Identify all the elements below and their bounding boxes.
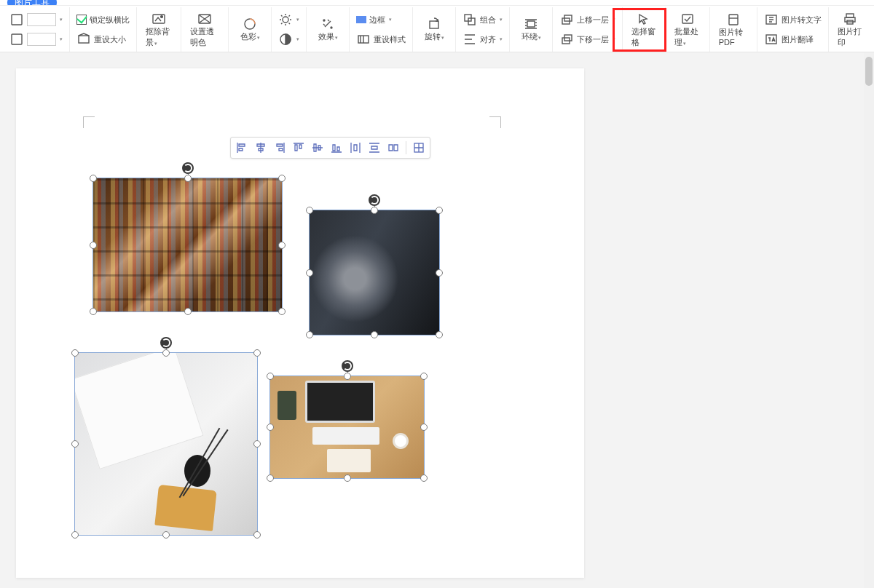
svg-rect-20 (682, 15, 693, 23)
group-button[interactable]: 组合▾ (460, 11, 505, 28)
resize-handle[interactable] (306, 207, 313, 214)
align-icon (462, 32, 477, 47)
document-area[interactable] (0, 52, 864, 588)
resize-handle[interactable] (436, 269, 443, 277)
svg-point-10 (331, 27, 332, 28)
svg-rect-1 (12, 34, 22, 44)
resize-handle[interactable] (71, 440, 79, 448)
rotate-handle[interactable] (342, 360, 353, 372)
border-swatch-icon (356, 16, 366, 23)
effect-button[interactable]: 效果▾ (311, 15, 345, 44)
vertical-scrollbar[interactable] (864, 52, 874, 588)
resize-handle[interactable] (436, 207, 443, 214)
width-input[interactable]: ▾ (7, 31, 65, 48)
svg-point-4 (160, 15, 162, 17)
resize-handle[interactable] (306, 331, 313, 338)
svg-rect-0 (12, 15, 22, 25)
reset-style-button[interactable]: 重设样式 (354, 31, 408, 48)
selected-image[interactable] (92, 178, 283, 312)
resize-handle[interactable] (436, 331, 443, 338)
resize-handle[interactable] (344, 474, 351, 482)
rotate-handle[interactable] (160, 337, 172, 349)
border-button[interactable]: 边框▾ (354, 11, 408, 28)
divider (406, 141, 406, 154)
move-up-button[interactable]: 上移一层▾ (557, 11, 618, 28)
align-bottom-button[interactable] (328, 140, 345, 156)
transparent-icon (197, 12, 212, 26)
image-bookshelf (93, 178, 282, 311)
set-transparent-button[interactable]: 设置透明色 (186, 10, 224, 49)
resize-handle[interactable] (267, 474, 274, 482)
resize-handle[interactable] (420, 424, 428, 431)
brightness-button[interactable]: ▾ (276, 11, 302, 28)
selected-image[interactable] (309, 210, 440, 335)
svg-rect-15 (527, 21, 535, 27)
resize-handle[interactable] (253, 349, 261, 357)
resize-handle[interactable] (344, 373, 351, 380)
resize-handle[interactable] (278, 242, 286, 249)
resize-handle[interactable] (371, 331, 378, 338)
remove-bg-button[interactable]: 抠除背景▾ (141, 10, 176, 49)
resize-handle[interactable] (267, 424, 274, 431)
resize-handle[interactable] (184, 308, 192, 315)
resize-handle[interactable] (184, 175, 192, 182)
lock-aspect-checkbox[interactable]: 锁定纵横比 (74, 11, 132, 28)
align-button[interactable]: 对齐▾ (460, 31, 505, 48)
distribute-v-button[interactable] (366, 140, 382, 156)
move-down-icon (559, 32, 574, 47)
align-center-h-button[interactable] (253, 140, 269, 156)
resize-handle[interactable] (162, 531, 170, 539)
contrast-button[interactable]: ▾ (276, 31, 302, 48)
selected-image[interactable] (74, 352, 258, 536)
reset-size-button[interactable]: 重设大小 (74, 31, 132, 48)
svg-rect-21 (729, 15, 738, 25)
svg-rect-24 (846, 14, 854, 17)
svg-point-9 (323, 20, 325, 21)
resize-handle[interactable] (420, 474, 428, 482)
resize-handle[interactable] (90, 175, 97, 182)
resize-handle[interactable] (371, 207, 378, 214)
distribute-h-button[interactable] (347, 140, 363, 156)
equal-size-button[interactable] (385, 140, 401, 156)
align-middle-v-button[interactable] (310, 140, 326, 156)
resize-handle[interactable] (162, 349, 170, 357)
resize-handle[interactable] (306, 269, 313, 277)
scrollbar-thumb[interactable] (865, 57, 873, 86)
to-pdf-button[interactable]: 图片转PDF (714, 11, 752, 48)
batch-process-button[interactable]: 批量处理▾ (670, 10, 705, 49)
print-button[interactable]: 图片打印 (833, 10, 867, 49)
align-left-button[interactable] (234, 140, 250, 156)
to-text-icon (764, 12, 779, 27)
height-input[interactable]: ▾ (7, 11, 65, 28)
resize-handle[interactable] (71, 531, 79, 539)
resize-handle[interactable] (253, 531, 261, 539)
resize-handle[interactable] (278, 308, 286, 315)
align-right-button[interactable] (272, 140, 288, 156)
selected-image[interactable] (269, 376, 425, 479)
snap-grid-button[interactable] (411, 140, 427, 156)
translate-button[interactable]: 图片翻译 (762, 31, 824, 48)
resize-handle[interactable] (90, 242, 97, 249)
resize-handle[interactable] (420, 373, 428, 380)
wrap-button[interactable]: 环绕▾ (514, 15, 548, 44)
rotate-handle[interactable] (369, 194, 380, 206)
rotate-handle[interactable] (182, 162, 194, 174)
resize-handle[interactable] (71, 349, 79, 357)
resize-handle[interactable] (253, 440, 261, 448)
reset-size-icon (76, 32, 91, 47)
rotate-button[interactable]: 旋转▾ (417, 15, 451, 44)
resize-handle[interactable] (267, 373, 274, 380)
move-down-button[interactable]: 下移一层▾ (557, 31, 618, 48)
align-top-button[interactable] (291, 140, 307, 156)
to-text-button[interactable]: 图片转文字 (762, 11, 824, 28)
floating-align-toolbar[interactable] (230, 137, 430, 159)
resize-handle[interactable] (278, 175, 286, 182)
color-button[interactable]: 色彩▾ (233, 15, 267, 44)
image-desk-minimal (75, 353, 257, 535)
sun-icon (278, 12, 293, 27)
resize-handle[interactable] (90, 308, 97, 315)
menu-tab-picture-tools[interactable]: 图片工具 (7, 0, 57, 6)
height-icon (9, 12, 24, 27)
selection-pane-button[interactable]: 选择窗格 (627, 10, 661, 49)
svg-rect-2 (79, 36, 89, 43)
